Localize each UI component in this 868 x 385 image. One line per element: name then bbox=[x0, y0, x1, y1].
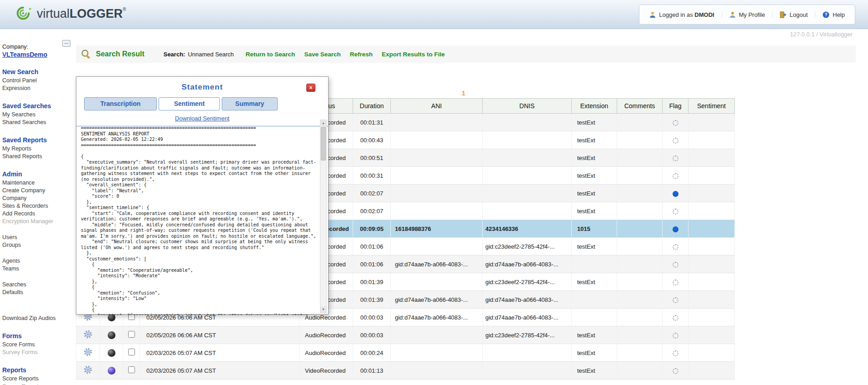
audio-icon[interactable] bbox=[108, 349, 115, 357]
modal-scrollbar[interactable]: ▲ ▼ bbox=[320, 120, 327, 313]
col-header-duration[interactable]: Duration bbox=[353, 99, 391, 114]
cell-flag[interactable] bbox=[663, 185, 688, 202]
sidebar-item-company-link[interactable]: VLTeamsDemo bbox=[2, 51, 47, 58]
toolbar-link-export-results-to-file[interactable]: Export Results to File bbox=[382, 51, 445, 58]
flag-none-icon[interactable] bbox=[673, 368, 678, 374]
cell-select[interactable] bbox=[123, 344, 140, 362]
row-checkbox[interactable] bbox=[128, 366, 135, 373]
collapse-sidebar-button[interactable]: — bbox=[62, 40, 70, 47]
cell-flag[interactable] bbox=[663, 167, 688, 185]
cell-select[interactable] bbox=[123, 362, 140, 380]
cell-settings[interactable] bbox=[76, 326, 100, 344]
cell-flag[interactable] bbox=[663, 220, 688, 238]
sidebar-item-maintenance[interactable]: Maintenance bbox=[2, 179, 74, 187]
cell-flag[interactable] bbox=[663, 309, 688, 326]
sidebar-item-add-records[interactable]: Add Records bbox=[2, 210, 74, 218]
cell-media[interactable] bbox=[100, 362, 123, 380]
sidebar-item-create-company[interactable]: Create Company bbox=[2, 187, 74, 195]
sidebar-item-download-zip-audios[interactable]: Download Zip Audios bbox=[2, 315, 74, 322]
sidebar-item-my-reports[interactable]: My Reports bbox=[2, 145, 74, 153]
cell-duration: 00:00:43 bbox=[353, 131, 391, 149]
flag-none-icon[interactable] bbox=[673, 315, 678, 321]
sidebar-item-company[interactable]: Company bbox=[2, 195, 74, 202]
cell-select[interactable] bbox=[123, 326, 140, 344]
cell-sentiment bbox=[688, 131, 735, 149]
cell-flag[interactable] bbox=[663, 362, 688, 380]
row-checkbox[interactable] bbox=[128, 349, 135, 355]
cell-flag[interactable] bbox=[663, 149, 688, 167]
flag-none-icon[interactable] bbox=[673, 209, 678, 215]
cell-media[interactable] bbox=[100, 326, 123, 344]
settings-gear-icon[interactable] bbox=[83, 330, 93, 339]
cell-flag[interactable] bbox=[663, 255, 688, 273]
tab-transcription[interactable]: Transcription bbox=[84, 97, 157, 110]
cell-extension: testExt bbox=[572, 185, 617, 202]
sidebar-item-expression[interactable]: Expression bbox=[2, 85, 74, 92]
flag-none-icon[interactable] bbox=[673, 138, 678, 144]
flag-none-icon[interactable] bbox=[673, 280, 678, 285]
scroll-up-icon[interactable]: ▲ bbox=[320, 120, 326, 126]
toolbar-link-save-search[interactable]: Save Search bbox=[304, 51, 340, 58]
cell-flag[interactable] bbox=[663, 114, 688, 131]
sidebar-item-shared-reports[interactable]: Shared Reports bbox=[2, 153, 74, 160]
cell-flag[interactable] bbox=[663, 202, 688, 220]
result-row-13[interactable]: 02/05/2026 06:06 AM CSTAudioRecorded00:0… bbox=[76, 326, 735, 344]
toolbar-link-refresh[interactable]: Refresh bbox=[350, 51, 373, 58]
sidebar-item-users[interactable]: Users bbox=[2, 234, 74, 241]
flag-none-icon[interactable] bbox=[673, 120, 678, 126]
settings-gear-icon[interactable] bbox=[83, 347, 93, 357]
cell-settings[interactable] bbox=[76, 362, 100, 380]
sidebar-item-control-panel[interactable]: Control Panel bbox=[2, 77, 74, 85]
sidebar-item-searches[interactable]: Searches bbox=[2, 281, 74, 289]
result-row-14[interactable]: 02/03/2026 05:07 AM CSTAudioRecorded00:0… bbox=[76, 344, 735, 362]
cell-flag[interactable] bbox=[663, 344, 688, 362]
scrollbar-thumb[interactable] bbox=[321, 127, 326, 160]
flag-none-icon[interactable] bbox=[673, 262, 678, 268]
col-header-sentiment[interactable]: Sentiment bbox=[688, 99, 735, 114]
result-row-15[interactable]: 02/03/2026 05:07 AM CSTVideoRecorded00:0… bbox=[76, 362, 735, 380]
help-button[interactable]: ? Help bbox=[815, 11, 852, 18]
flag-none-icon[interactable] bbox=[673, 333, 678, 339]
close-icon[interactable]: × bbox=[306, 84, 315, 92]
logout-button[interactable]: Logout bbox=[772, 11, 815, 18]
sidebar-item-score-reports[interactable]: Score Reports bbox=[2, 375, 74, 383]
col-header-ani[interactable]: ANI bbox=[391, 99, 483, 114]
flag-none-icon[interactable] bbox=[673, 244, 678, 250]
sidebar-item-teams[interactable]: Teams bbox=[2, 265, 74, 273]
row-checkbox[interactable] bbox=[128, 331, 135, 338]
cell-flag[interactable] bbox=[663, 291, 688, 309]
audio-icon[interactable] bbox=[108, 331, 115, 339]
scroll-down-icon[interactable]: ▼ bbox=[320, 306, 326, 313]
download-sentiment-link[interactable]: Download Sentiment bbox=[76, 115, 328, 122]
flag-set-icon[interactable] bbox=[673, 191, 678, 197]
cell-media[interactable] bbox=[100, 344, 123, 362]
sidebar-item-my-searches[interactable]: My Searches bbox=[2, 111, 74, 119]
tab-sentiment[interactable]: Sentiment bbox=[159, 97, 220, 110]
cell-flag[interactable] bbox=[663, 238, 688, 255]
cell-flag[interactable] bbox=[663, 131, 688, 149]
flag-none-icon[interactable] bbox=[673, 173, 678, 179]
sidebar-item-sites-recorders[interactable]: Sites & Recorders bbox=[2, 202, 74, 210]
cell-flag[interactable] bbox=[663, 273, 688, 291]
tab-summary[interactable]: Summary bbox=[222, 97, 278, 110]
pagination-page-1[interactable]: 1 bbox=[458, 89, 469, 97]
col-header-comments[interactable]: Comments bbox=[617, 99, 663, 114]
col-header-flag[interactable]: Flag bbox=[663, 99, 688, 114]
my-profile-button[interactable]: My Profile bbox=[722, 11, 773, 18]
cell-flag[interactable] bbox=[663, 326, 688, 344]
toolbar-link-return-to-search[interactable]: Return to Search bbox=[246, 51, 295, 58]
sidebar-item-groups[interactable]: Groups bbox=[2, 241, 74, 249]
flag-none-icon[interactable] bbox=[673, 297, 678, 303]
flag-none-icon[interactable] bbox=[673, 155, 678, 161]
cell-settings[interactable] bbox=[76, 344, 100, 362]
sidebar-item-defaults[interactable]: Defaults bbox=[2, 289, 74, 296]
flag-set-icon[interactable] bbox=[673, 226, 678, 232]
col-header-dnis[interactable]: DNIS bbox=[483, 99, 572, 114]
sidebar-item-score-forms[interactable]: Score Forms bbox=[2, 341, 74, 349]
sidebar-item-agents[interactable]: Agents bbox=[2, 257, 74, 265]
col-header-extension[interactable]: Extension bbox=[572, 99, 617, 114]
sidebar-item-shared-searches[interactable]: Shared Searches bbox=[2, 119, 74, 126]
video-icon[interactable] bbox=[108, 367, 115, 375]
flag-none-icon[interactable] bbox=[673, 350, 678, 356]
settings-gear-icon[interactable] bbox=[83, 365, 93, 375]
